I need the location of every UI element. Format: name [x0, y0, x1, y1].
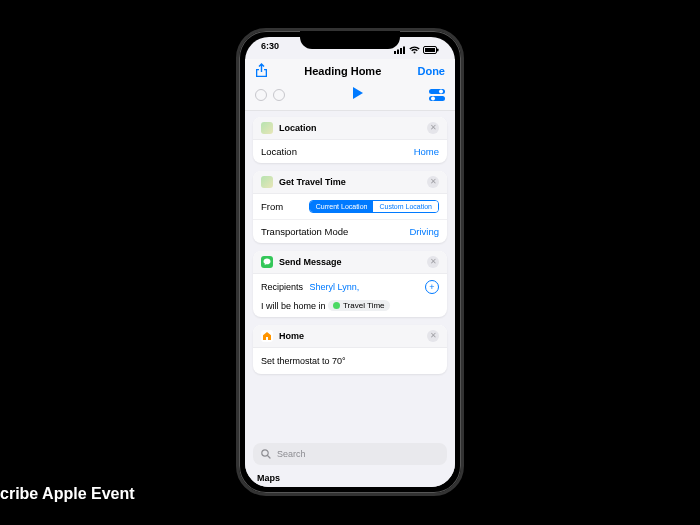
search-icon — [261, 449, 271, 459]
nav-bar: Heading Home Done — [245, 59, 455, 84]
remove-button[interactable]: ✕ — [427, 122, 439, 134]
battery-icon — [423, 46, 439, 54]
card-title: Location — [279, 123, 421, 133]
maps-icon — [261, 176, 273, 188]
card-title: Home — [279, 331, 421, 341]
overlay-caption: cribe Apple Event — [0, 485, 135, 503]
row-label: From — [261, 201, 283, 212]
from-segmented[interactable]: Current Location Custom Location — [309, 200, 439, 213]
phone-frame: 6:30 Heading Home Done — [236, 28, 464, 496]
play-button[interactable] — [350, 86, 364, 104]
variable-token-travel-time[interactable]: Travel Time — [328, 300, 390, 311]
recipients-row[interactable]: Recipients Sheryl Lynn, + — [261, 280, 439, 294]
card-header: Location ✕ — [253, 117, 447, 140]
row-value: Home — [414, 146, 439, 157]
action-card-send-message: Send Message ✕ Recipients Sheryl Lynn, +… — [253, 251, 447, 317]
maps-icon — [261, 122, 273, 134]
svg-rect-3 — [403, 47, 405, 55]
recipients-value: Sheryl Lynn, — [310, 282, 360, 292]
message-prefix: I will be home in — [261, 301, 328, 311]
remove-button[interactable]: ✕ — [427, 256, 439, 268]
messages-icon — [261, 256, 273, 268]
search-placeholder: Search — [277, 449, 306, 459]
bottom-label: Maps — [257, 473, 280, 483]
row-label: Location — [261, 146, 297, 157]
toolbar-left — [255, 89, 285, 101]
action-card-location: Location ✕ Location Home — [253, 117, 447, 163]
card-header: Home ✕ — [253, 325, 447, 348]
done-button[interactable]: Done — [417, 65, 445, 77]
svg-rect-6 — [437, 49, 439, 52]
token-dot-icon — [333, 302, 340, 309]
remove-button[interactable]: ✕ — [427, 176, 439, 188]
recipients-label: Recipients — [261, 282, 303, 292]
svg-rect-2 — [400, 48, 402, 54]
actions-scroll[interactable]: Location ✕ Location Home Get Travel Time… — [245, 111, 455, 388]
add-recipient-button[interactable]: + — [425, 280, 439, 294]
svg-point-8 — [439, 90, 443, 94]
notch — [300, 31, 400, 49]
settings-button[interactable] — [429, 88, 445, 102]
card-header: Get Travel Time ✕ — [253, 171, 447, 194]
toggles-icon — [429, 88, 445, 102]
share-icon — [255, 63, 268, 78]
svg-line-12 — [268, 456, 271, 459]
signal-icon — [394, 46, 406, 54]
svg-point-10 — [431, 97, 435, 101]
share-button[interactable] — [255, 63, 268, 78]
redo-icon[interactable] — [273, 89, 285, 101]
status-icons — [394, 41, 439, 59]
home-action-text: Set thermostat to 70° — [253, 348, 447, 374]
toolbar — [245, 84, 455, 111]
card-title: Send Message — [279, 257, 421, 267]
status-time: 6:30 — [261, 41, 279, 59]
mode-row[interactable]: Transportation Mode Driving — [253, 220, 447, 243]
row-value: Driving — [409, 226, 439, 237]
row-label: Transportation Mode — [261, 226, 348, 237]
message-text[interactable]: I will be home in Travel Time — [261, 300, 439, 311]
location-row[interactable]: Location Home — [253, 140, 447, 163]
card-title: Get Travel Time — [279, 177, 421, 187]
remove-button[interactable]: ✕ — [427, 330, 439, 342]
segment-custom-location[interactable]: Custom Location — [373, 201, 438, 212]
svg-rect-0 — [394, 51, 396, 54]
segment-current-location[interactable]: Current Location — [310, 201, 374, 212]
wifi-icon — [409, 46, 420, 54]
action-card-home: Home ✕ Set thermostat to 70° — [253, 325, 447, 374]
svg-rect-5 — [425, 48, 435, 52]
svg-rect-1 — [397, 50, 399, 55]
play-icon — [350, 86, 364, 100]
screen: 6:30 Heading Home Done — [245, 37, 455, 487]
card-header: Send Message ✕ — [253, 251, 447, 274]
token-label: Travel Time — [343, 301, 385, 310]
undo-icon[interactable] — [255, 89, 267, 101]
message-body: Recipients Sheryl Lynn, + I will be home… — [253, 274, 447, 317]
home-icon — [261, 330, 273, 342]
search-bar[interactable]: Search — [253, 443, 447, 465]
from-row: From Current Location Custom Location — [253, 194, 447, 220]
page-title: Heading Home — [304, 65, 381, 77]
action-card-travel-time: Get Travel Time ✕ From Current Location … — [253, 171, 447, 243]
